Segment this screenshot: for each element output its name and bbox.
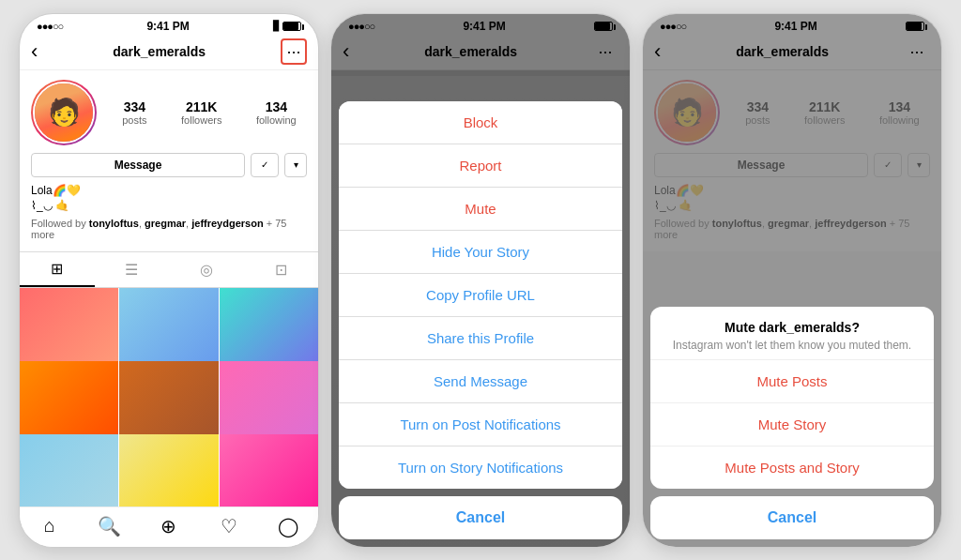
status-icons: ▊: [273, 21, 301, 31]
mute-header: Mute dark_emeralds? Instagram won't let …: [650, 307, 934, 360]
mute-cancel-button[interactable]: Cancel: [650, 496, 934, 539]
status-bar-1: ●●●○○ 9:41 PM ▊: [20, 14, 318, 35]
story-notifications-item[interactable]: Turn on Story Notifications: [339, 446, 622, 489]
following-label: following: [256, 114, 297, 126]
list-icon: ☰: [125, 261, 138, 279]
followers-stat: 211K followers: [181, 99, 221, 126]
mute-story-item[interactable]: Mute Story: [650, 403, 934, 446]
post-notifications-item[interactable]: Turn on Post Notifications: [339, 403, 622, 446]
heart-icon: ♡: [221, 515, 237, 537]
mute-card: Mute dark_emeralds? Instagram won't let …: [650, 307, 934, 489]
add-icon: ⊕: [160, 515, 176, 537]
phone-2: ●●●○○ 9:41 PM ‹ dark_emeralds ··· Block …: [330, 13, 631, 548]
profile-section: 🧑 334 posts 211K followers 134 following: [20, 70, 318, 252]
mute-posts-item[interactable]: Mute Posts: [650, 360, 934, 403]
add-nav[interactable]: ⊕: [139, 515, 199, 537]
share-profile-item[interactable]: Share this Profile: [339, 317, 622, 360]
phone-3: ●●●○○ 9:41 PM ‹ dark_emeralds ··· 🧑 334 …: [642, 13, 942, 548]
bottom-nav: ⌂ 🔍 ⊕ ♡ ◯: [20, 507, 318, 547]
signal-dots: ●●●○○: [37, 21, 63, 32]
message-button[interactable]: Message: [31, 153, 245, 177]
profile-username: dark_emeralds: [38, 44, 281, 59]
battery-icon: ▊: [273, 21, 301, 31]
posts-count: 334: [122, 99, 146, 114]
grid-icon: ⊞: [51, 260, 63, 278]
search-nav[interactable]: 🔍: [80, 515, 140, 537]
action-buttons: Message ✓ ▾: [31, 153, 307, 177]
avatar-ring: 🧑: [31, 80, 97, 145]
follow-button[interactable]: ✓: [251, 153, 279, 177]
time-display: 9:41 PM: [146, 20, 189, 33]
sheet-main: Block Report Mute Hide Your Story Copy P…: [339, 101, 622, 489]
copy-url-item[interactable]: Copy Profile URL: [339, 274, 622, 317]
block-item[interactable]: Block: [339, 101, 622, 144]
mute-posts-story-item[interactable]: Mute Posts and Story: [650, 446, 934, 489]
chevron-down-icon: ▾: [294, 159, 298, 170]
tag-icon: ◎: [200, 261, 213, 279]
posts-label: posts: [122, 114, 146, 126]
profile-nav[interactable]: ◯: [258, 515, 318, 537]
followers-count: 211K: [181, 99, 221, 114]
photo-grid: [20, 288, 318, 506]
avatar: 🧑: [33, 82, 95, 144]
profile-icon: ◯: [278, 515, 298, 537]
action-sheet-overlay: Block Report Mute Hide Your Story Copy P…: [331, 14, 630, 547]
posts-stat: 334 posts: [122, 99, 146, 126]
home-icon: ⌂: [44, 515, 55, 537]
followers-label: followers: [181, 114, 221, 126]
phone-1: ●●●○○ 9:41 PM ▊ ‹ dark_emeralds ··· 🧑 33…: [19, 13, 319, 548]
hide-story-item[interactable]: Hide Your Story: [339, 231, 622, 274]
following-stat: 134 following: [256, 99, 297, 126]
avatar-image: 🧑: [35, 83, 93, 142]
tab-list[interactable]: ☰: [95, 252, 170, 287]
followed-by: Followed by tonyloftus, gregmar, jeffrey…: [31, 218, 307, 240]
photo-cell[interactable]: [20, 434, 118, 507]
search-icon: 🔍: [98, 515, 121, 537]
mute-subtitle: Instagram won't let them know you muted …: [665, 339, 919, 352]
nav-bar-1: ‹ dark_emeralds ···: [20, 35, 318, 70]
photo-cell[interactable]: [119, 434, 218, 507]
stats-row: 334 posts 211K followers 134 following: [112, 99, 307, 126]
profile-tabs: ⊞ ☰ ◎ ⊡: [20, 251, 318, 288]
home-nav[interactable]: ⌂: [20, 515, 80, 537]
report-item[interactable]: Report: [339, 144, 622, 188]
mute-title: Mute dark_emeralds?: [665, 320, 919, 335]
back-button[interactable]: ‹: [31, 41, 38, 62]
checkmark-icon: ✓: [261, 159, 268, 170]
tab-bookmark[interactable]: ⊡: [244, 252, 319, 287]
mute-item[interactable]: Mute: [339, 188, 622, 231]
profile-top: 🧑 334 posts 211K followers 134 following: [31, 80, 307, 145]
mute-sheet: Mute dark_emeralds? Instagram won't let …: [643, 307, 941, 539]
photo-cell[interactable]: [220, 434, 318, 507]
mute-modal-overlay: Mute dark_emeralds? Instagram won't let …: [643, 14, 941, 547]
action-sheet: Block Report Mute Hide Your Story Copy P…: [331, 101, 630, 539]
more-dots-icon: ···: [286, 42, 300, 62]
bookmark-icon: ⊡: [275, 261, 287, 279]
dropdown-button[interactable]: ▾: [284, 153, 307, 177]
more-button[interactable]: ···: [281, 38, 307, 65]
tab-grid[interactable]: ⊞: [20, 252, 95, 287]
following-count: 134: [256, 99, 297, 114]
bio-text: Lola🌈💛⌇_◡ 🤙: [31, 183, 307, 215]
cancel-button[interactable]: Cancel: [339, 496, 622, 539]
send-message-item[interactable]: Send Message: [339, 360, 622, 403]
heart-nav[interactable]: ♡: [199, 515, 259, 537]
tab-tag[interactable]: ◎: [169, 252, 244, 287]
